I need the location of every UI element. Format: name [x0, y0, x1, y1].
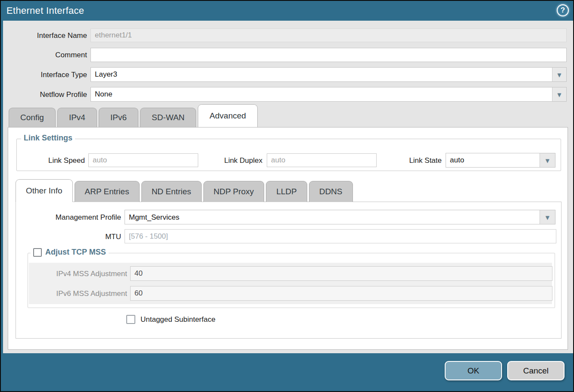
tab-ndp-proxy[interactable]: NDP Proxy	[203, 181, 265, 202]
tab-ipv4[interactable]: IPv4	[57, 108, 97, 127]
comment-field[interactable]	[90, 48, 567, 62]
untagged-subinterface-row: Untagged Subinterface	[126, 315, 215, 324]
netflow-profile-dropdown[interactable]: None ▼	[90, 87, 567, 102]
chevron-down-icon: ▼	[556, 72, 563, 78]
mtu-field[interactable]	[125, 229, 556, 243]
interface-type-dropdown[interactable]: Layer3 ▼	[90, 67, 567, 82]
ethernet-interface-dialog: Ethernet Interface ? Interface Name Comm…	[0, 0, 574, 392]
link-state-label: Link State	[383, 156, 442, 165]
link-state-value: auto	[450, 156, 464, 165]
interface-type-dropdown-button[interactable]: ▼	[552, 68, 566, 81]
link-settings-fieldset: Link Settings Link Speed Link Duplex Lin…	[16, 139, 561, 171]
tab-ipv6[interactable]: IPv6	[99, 108, 138, 127]
netflow-profile-value: None	[95, 90, 112, 99]
untagged-subinterface-label: Untagged Subinterface	[140, 315, 215, 324]
adjust-tcp-mss-checkbox[interactable]	[33, 248, 42, 257]
main-tab-bar: Config IPv4 IPv6 SD-WAN Advanced	[9, 108, 258, 127]
link-settings-legend: Link Settings	[21, 134, 75, 143]
management-profile-dropdown[interactable]: Mgmt_Services ▼	[125, 210, 555, 224]
link-state-dropdown-button[interactable]: ▼	[540, 153, 555, 167]
untagged-subinterface-checkbox[interactable]	[126, 315, 135, 324]
tab-ddns[interactable]: DDNS	[309, 181, 353, 202]
advanced-tab-panel: Link Settings Link Speed Link Duplex Lin…	[8, 127, 568, 350]
tab-advanced[interactable]: Advanced	[198, 104, 258, 127]
ipv4-mss-label: IPv4 MSS Adjustment	[29, 270, 127, 278]
page-title: Ethernet Interface	[6, 5, 84, 16]
ipv6-mss-label: IPv6 MSS Adjustment	[29, 289, 127, 298]
sub-tab-bar: Other Info ARP Entries ND Entries NDP Pr…	[16, 179, 353, 202]
chevron-down-icon: ▼	[544, 214, 551, 221]
interface-name-field	[90, 28, 567, 42]
chevron-down-icon: ▼	[556, 91, 563, 98]
link-state-dropdown[interactable]: auto ▼	[446, 153, 555, 168]
title-bar: Ethernet Interface ?	[1, 1, 573, 21]
adjust-tcp-mss-legend-text: Adjust TCP MSS	[45, 248, 106, 257]
management-profile-label: Management Profile	[16, 213, 121, 222]
help-icon[interactable]: ?	[557, 4, 569, 16]
cancel-button[interactable]: Cancel	[507, 361, 565, 380]
interface-type-label: Interface Type	[1, 71, 87, 79]
tab-config[interactable]: Config	[9, 108, 56, 127]
footer-bar: OK Cancel	[1, 353, 573, 391]
adjust-tcp-mss-legend: Adjust TCP MSS	[31, 248, 109, 257]
tab-arp-entries[interactable]: ARP Entries	[75, 181, 140, 202]
comment-label: Comment	[1, 51, 87, 59]
interface-type-value: Layer3	[95, 70, 117, 79]
management-profile-value: Mgmt_Services	[129, 213, 179, 222]
adjust-tcp-mss-fieldset: Adjust TCP MSS IPv4 MSS Adjustment IPv6 …	[28, 253, 555, 308]
tab-nd-entries[interactable]: ND Entries	[141, 181, 202, 202]
adjust-tcp-mss-body: IPv4 MSS Adjustment IPv6 MSS Adjustment	[29, 263, 552, 304]
ipv6-mss-field	[130, 286, 552, 301]
tab-other-info[interactable]: Other Info	[16, 179, 73, 202]
tab-sd-wan[interactable]: SD-WAN	[140, 108, 196, 127]
netflow-profile-dropdown-button[interactable]: ▼	[552, 87, 566, 101]
chevron-down-icon: ▼	[544, 157, 551, 164]
ipv4-mss-field	[130, 266, 552, 281]
other-info-panel: Management Profile Mgmt_Services ▼ MTU A…	[16, 202, 562, 339]
interface-name-label: Interface Name	[1, 31, 87, 40]
netflow-profile-label: Netflow Profile	[1, 90, 87, 99]
ok-button[interactable]: OK	[445, 361, 502, 380]
mtu-label: MTU	[16, 233, 121, 241]
management-profile-dropdown-button[interactable]: ▼	[540, 210, 555, 224]
link-speed-field[interactable]	[88, 153, 198, 167]
link-duplex-field[interactable]	[267, 153, 377, 167]
link-speed-label: Link Speed	[25, 156, 85, 165]
link-duplex-label: Link Duplex	[202, 156, 262, 165]
tab-lldp[interactable]: LLDP	[266, 181, 307, 202]
